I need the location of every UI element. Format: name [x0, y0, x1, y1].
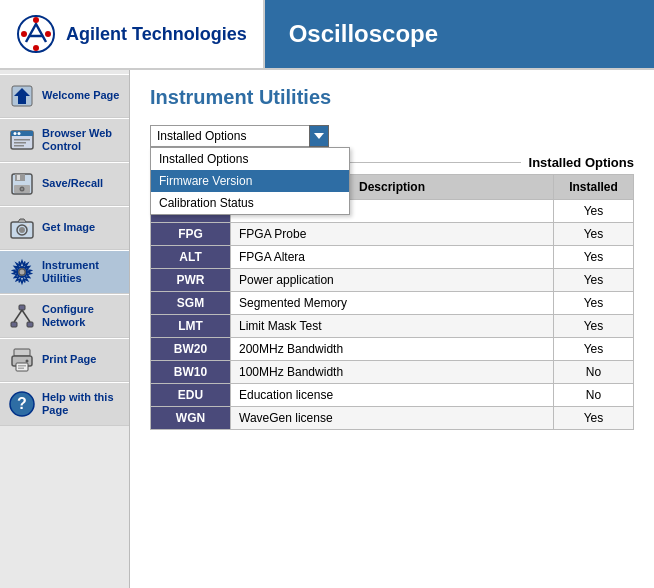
options-dropdown[interactable]: Installed Options Firmware Version Calib…	[150, 125, 310, 147]
cell-license: PWR	[151, 269, 231, 292]
sidebar-item-instrument-utilities[interactable]: Instrument Utilities	[0, 250, 129, 294]
table-row: BW20 200MHz Bandwidth Yes	[151, 338, 634, 361]
svg-text:?: ?	[17, 395, 27, 412]
header-title-area: Oscilloscope	[265, 0, 654, 68]
svg-point-24	[27, 224, 30, 227]
table-row: BW10 100MHz Bandwidth No	[151, 361, 634, 384]
sidebar-label-welcome: Welcome Page	[42, 89, 119, 102]
main-layout: Welcome Page Browser Web Control	[0, 70, 654, 588]
company-name: Agilent Technologies	[66, 24, 247, 45]
svg-rect-13	[14, 142, 26, 144]
page-title: Instrument Utilities	[150, 86, 634, 109]
sidebar-item-print[interactable]: Print Page	[0, 338, 129, 382]
svg-rect-12	[14, 139, 30, 141]
cell-description: 100MHz Bandwidth	[231, 361, 554, 384]
sidebar: Welcome Page Browser Web Control	[0, 70, 130, 588]
logo-text: Agilent Technologies	[66, 24, 247, 45]
svg-point-1	[21, 31, 27, 37]
col-installed: Installed	[554, 175, 634, 200]
svg-point-10	[14, 132, 17, 135]
disk-icon	[8, 170, 36, 198]
cell-installed: Yes	[554, 315, 634, 338]
svg-point-4	[33, 45, 39, 51]
cell-license: ALT	[151, 246, 231, 269]
home-icon	[8, 82, 36, 110]
cell-description: Segmented Memory	[231, 292, 554, 315]
svg-rect-35	[16, 363, 28, 371]
dropdown-wrapper: Installed Options Firmware Version Calib…	[150, 125, 634, 147]
cell-description: FPGA Altera	[231, 246, 554, 269]
cell-installed: Yes	[554, 246, 634, 269]
svg-rect-28	[19, 305, 25, 310]
sidebar-item-get-image[interactable]: Get Image	[0, 206, 129, 250]
cell-description: Limit Mask Test	[231, 315, 554, 338]
cell-description: WaveGen license	[231, 407, 554, 430]
cell-description: Education license	[231, 384, 554, 407]
dropdown-container: Installed Options Firmware Version Calib…	[150, 125, 634, 147]
cell-installed: Yes	[554, 223, 634, 246]
sidebar-item-browser[interactable]: Browser Web Control	[0, 118, 129, 162]
cell-installed: Yes	[554, 200, 634, 223]
dropdown-arrow-button[interactable]	[309, 125, 329, 147]
sidebar-item-save-recall[interactable]: Save/Recall	[0, 162, 129, 206]
svg-line-31	[14, 310, 22, 322]
sidebar-item-configure-network[interactable]: Configure Network	[0, 294, 129, 338]
cell-installed: No	[554, 384, 634, 407]
cell-license: BW10	[151, 361, 231, 384]
svg-point-38	[26, 360, 29, 363]
svg-rect-30	[27, 322, 33, 327]
svg-point-11	[18, 132, 21, 135]
table-row: ALT FPGA Altera Yes	[151, 246, 634, 269]
cell-description: 200MHz Bandwidth	[231, 338, 554, 361]
cell-license: FPG	[151, 223, 231, 246]
cell-license: EDU	[151, 384, 231, 407]
camera-icon	[8, 214, 36, 242]
table-row: SGM Segmented Memory Yes	[151, 292, 634, 315]
svg-point-27	[20, 270, 25, 275]
table-row: EDU Education license No	[151, 384, 634, 407]
svg-rect-14	[14, 145, 24, 147]
cell-installed: Yes	[554, 338, 634, 361]
svg-rect-37	[18, 368, 24, 370]
agilent-logo-icon	[16, 14, 56, 54]
cell-installed: Yes	[554, 407, 634, 430]
sidebar-label-get-image: Get Image	[42, 221, 95, 234]
svg-rect-7	[18, 96, 26, 104]
svg-rect-36	[18, 365, 26, 367]
sidebar-label-network: Configure Network	[42, 303, 121, 329]
sidebar-label-instrument: Instrument Utilities	[42, 259, 121, 285]
svg-rect-29	[11, 322, 17, 327]
table-row: PWR Power application Yes	[151, 269, 634, 292]
logo-area: Agilent Technologies	[0, 0, 265, 68]
cell-license: BW20	[151, 338, 231, 361]
product-title: Oscilloscope	[289, 20, 438, 48]
cell-license: LMT	[151, 315, 231, 338]
table-body: MSO MSO Yes FPG FPGA Probe Yes ALT FPGA …	[151, 200, 634, 430]
gear-icon	[8, 258, 36, 286]
sidebar-label-save: Save/Recall	[42, 177, 103, 190]
cell-installed: No	[554, 361, 634, 384]
cell-installed: Yes	[554, 269, 634, 292]
svg-line-32	[22, 310, 30, 322]
cell-description: FPGA Probe	[231, 223, 554, 246]
content-area: Instrument Utilities Installed Options F…	[130, 70, 654, 588]
cell-license: SGM	[151, 292, 231, 315]
dropdown-popup-option-calibration[interactable]: Calibration Status	[151, 192, 349, 214]
sidebar-item-welcome[interactable]: Welcome Page	[0, 74, 129, 118]
svg-point-20	[21, 188, 23, 190]
help-icon: ?	[8, 390, 36, 418]
dropdown-popup-option-installed[interactable]: Installed Options	[151, 148, 349, 170]
cell-license: WGN	[151, 407, 231, 430]
svg-point-23	[19, 227, 25, 233]
network-icon	[8, 302, 36, 330]
svg-rect-17	[17, 175, 20, 180]
svg-rect-33	[14, 349, 30, 356]
table-row: FPG FPGA Probe Yes	[151, 223, 634, 246]
table-row: LMT Limit Mask Test Yes	[151, 315, 634, 338]
section-title: Installed Options	[529, 155, 634, 170]
sidebar-label-print: Print Page	[42, 353, 96, 366]
dropdown-popup: Installed Options Firmware Version Calib…	[150, 147, 350, 215]
sidebar-item-help[interactable]: ? Help with this Page	[0, 382, 129, 426]
dropdown-popup-option-firmware[interactable]: Firmware Version	[151, 170, 349, 192]
browser-icon	[8, 126, 36, 154]
